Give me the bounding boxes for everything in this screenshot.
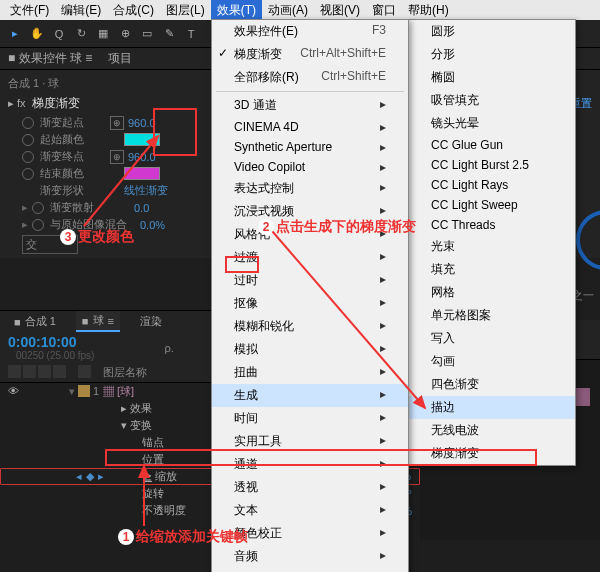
zoom-tool-icon[interactable]: Q bbox=[50, 25, 68, 43]
tab-comp1[interactable]: ■ 合成 1 bbox=[8, 312, 62, 331]
tab-effect-controls[interactable]: ■ 效果控件 球 ≡ bbox=[8, 50, 92, 67]
label-column-icon[interactable] bbox=[78, 365, 91, 378]
menu-file[interactable]: 文件(F) bbox=[4, 0, 55, 21]
menu-item-synthetic[interactable]: Synthetic Aperture▸ bbox=[212, 137, 408, 157]
submenu-4color[interactable]: 四色渐变 bbox=[409, 373, 575, 396]
stopwatch-icon[interactable] bbox=[32, 219, 44, 231]
menu-item-keying[interactable]: 抠像▸ bbox=[212, 292, 408, 315]
submenu-lens-flare[interactable]: 镜头光晕 bbox=[409, 112, 575, 135]
eye-column-icon[interactable] bbox=[8, 365, 21, 378]
menu-item-utility[interactable]: 实用工具▸ bbox=[212, 430, 408, 453]
layer-search[interactable]: ρ. bbox=[164, 342, 173, 354]
prop-value[interactable]: 960.0 bbox=[128, 117, 156, 129]
menu-view[interactable]: 视图(V) bbox=[314, 0, 366, 21]
menu-item-videocopilot[interactable]: Video Copilot▸ bbox=[212, 157, 408, 177]
lock-column-icon[interactable] bbox=[53, 365, 66, 378]
menu-layer[interactable]: 图层(L) bbox=[160, 0, 211, 21]
menu-item-color-correction[interactable]: 颜色校正▸ bbox=[212, 522, 408, 545]
menu-effect[interactable]: 效果(T) bbox=[211, 0, 262, 21]
expand-icon[interactable]: ▸ bbox=[22, 201, 32, 214]
crosshair-icon[interactable]: ⊕ bbox=[110, 150, 124, 164]
timecode-display[interactable]: 0:00:10:00 bbox=[8, 334, 94, 350]
menu-animation[interactable]: 动画(A) bbox=[262, 0, 314, 21]
tab-project[interactable]: 项目 bbox=[108, 50, 132, 67]
menu-item-remove-all[interactable]: 全部移除(R)Ctrl+Shift+E bbox=[212, 66, 408, 89]
prop-value[interactable]: 960.0 bbox=[128, 151, 156, 163]
pen-tool-icon[interactable]: ✎ bbox=[160, 25, 178, 43]
menu-item-immersive[interactable]: 沉浸式视频▸ bbox=[212, 200, 408, 223]
submenu-stroke[interactable]: 描边 bbox=[409, 396, 575, 419]
submenu-radio-waves[interactable]: 无线电波 bbox=[409, 419, 575, 442]
submenu-cc-light-rays[interactable]: CC Light Rays bbox=[409, 175, 575, 195]
menu-item-perspective[interactable]: 透视▸ bbox=[212, 476, 408, 499]
menu-item-audio[interactable]: 音频▸ bbox=[212, 545, 408, 568]
submenu-cc-glue-gun[interactable]: CC Glue Gun bbox=[409, 135, 575, 155]
menu-item-simulation[interactable]: 模拟▸ bbox=[212, 338, 408, 361]
menu-item-obsolete[interactable]: 过时▸ bbox=[212, 269, 408, 292]
menu-item-time[interactable]: 时间▸ bbox=[212, 407, 408, 430]
color-swatch-start[interactable] bbox=[124, 133, 160, 146]
stopwatch-icon[interactable] bbox=[22, 151, 34, 163]
color-swatch-end[interactable] bbox=[124, 167, 160, 180]
prop-value[interactable]: 0.0 bbox=[134, 202, 149, 214]
menu-item-transition[interactable]: 过渡▸ bbox=[212, 246, 408, 269]
shape-tool-icon[interactable]: ▭ bbox=[138, 25, 156, 43]
submenu-gradient-ramp[interactable]: 梯度渐变 bbox=[409, 442, 575, 465]
submenu-cc-threads[interactable]: CC Threads bbox=[409, 215, 575, 235]
menu-item-channel[interactable]: 通道▸ bbox=[212, 453, 408, 476]
effect-name[interactable]: 梯度渐变 bbox=[32, 95, 80, 112]
solo-column-icon[interactable] bbox=[38, 365, 51, 378]
menu-window[interactable]: 窗口 bbox=[366, 0, 402, 21]
submenu-circle[interactable]: 圆形 bbox=[409, 20, 575, 43]
menu-item-generate[interactable]: 生成▸ bbox=[212, 384, 408, 407]
stopwatch-icon[interactable] bbox=[32, 202, 44, 214]
selection-tool-icon[interactable]: ▸ bbox=[6, 25, 24, 43]
menu-item-effect-controls[interactable]: 效果控件(E)F3 bbox=[212, 20, 408, 43]
submenu-fractal[interactable]: 分形 bbox=[409, 43, 575, 66]
menu-item-stylize[interactable]: 风格化▸ bbox=[212, 223, 408, 246]
menu-comp[interactable]: 合成(C) bbox=[107, 0, 160, 21]
menu-item-expression[interactable]: 表达式控制▸ bbox=[212, 177, 408, 200]
menu-item-3d-channel[interactable]: 3D 通道▸ bbox=[212, 94, 408, 117]
anchor-tool-icon[interactable]: ⊕ bbox=[116, 25, 134, 43]
expand-icon[interactable]: ▾ bbox=[69, 385, 75, 398]
tab-ball[interactable]: ■ 球 ≡ bbox=[76, 311, 120, 332]
keyframe-nav-prev-icon[interactable]: ◂ bbox=[76, 470, 82, 483]
eye-icon[interactable]: 👁 bbox=[8, 385, 21, 398]
submenu-eyedropper-fill[interactable]: 吸管填充 bbox=[409, 89, 575, 112]
submenu-fill[interactable]: 填充 bbox=[409, 258, 575, 281]
menu-help[interactable]: 帮助(H) bbox=[402, 0, 455, 21]
menu-item-blur[interactable]: 模糊和锐化▸ bbox=[212, 315, 408, 338]
submenu-grid[interactable]: 网格 bbox=[409, 281, 575, 304]
submenu-cell-pattern[interactable]: 单元格图案 bbox=[409, 304, 575, 327]
submenu-cc-light-burst[interactable]: CC Light Burst 2.5 bbox=[409, 155, 575, 175]
label-color[interactable] bbox=[78, 385, 90, 397]
stopwatch-icon[interactable] bbox=[22, 117, 34, 129]
menu-item-distort[interactable]: 扭曲▸ bbox=[212, 361, 408, 384]
prop-value[interactable]: 线性渐变 bbox=[124, 183, 168, 198]
hand-tool-icon[interactable]: ✋ bbox=[28, 25, 46, 43]
tab-render[interactable]: 渲染 bbox=[134, 312, 168, 331]
effect-toggle-icon[interactable]: ▸ fx bbox=[8, 97, 26, 110]
submenu-ellipse[interactable]: 椭圆 bbox=[409, 66, 575, 89]
menu-item-last-effect[interactable]: ✓梯度渐变Ctrl+Alt+Shift+E bbox=[212, 43, 408, 66]
prop-value[interactable]: 0.0% bbox=[140, 219, 165, 231]
menu-item-cinema4d[interactable]: CINEMA 4D▸ bbox=[212, 117, 408, 137]
expand-icon[interactable]: ▸ bbox=[22, 218, 32, 231]
text-tool-icon[interactable]: T bbox=[182, 25, 200, 43]
submenu-beam[interactable]: 光束 bbox=[409, 235, 575, 258]
menu-item-text[interactable]: 文本▸ bbox=[212, 499, 408, 522]
crosshair-icon[interactable]: ⊕ bbox=[110, 116, 124, 130]
submenu-write-on[interactable]: 写入 bbox=[409, 327, 575, 350]
menu-edit[interactable]: 编辑(E) bbox=[55, 0, 107, 21]
submenu-scribble[interactable]: 勾画 bbox=[409, 350, 575, 373]
menu-item-noise[interactable]: 杂色和颗粒▸ bbox=[212, 568, 408, 572]
keyframe-add-icon[interactable]: ◆ bbox=[86, 470, 94, 483]
camera-tool-icon[interactable]: ▦ bbox=[94, 25, 112, 43]
audio-column-icon[interactable] bbox=[23, 365, 36, 378]
rotate-tool-icon[interactable]: ↻ bbox=[72, 25, 90, 43]
stopwatch-icon[interactable] bbox=[22, 168, 34, 180]
submenu-cc-light-sweep[interactable]: CC Light Sweep bbox=[409, 195, 575, 215]
stopwatch-icon[interactable] bbox=[22, 134, 34, 146]
swap-colors-input[interactable]: 交 bbox=[22, 235, 78, 254]
